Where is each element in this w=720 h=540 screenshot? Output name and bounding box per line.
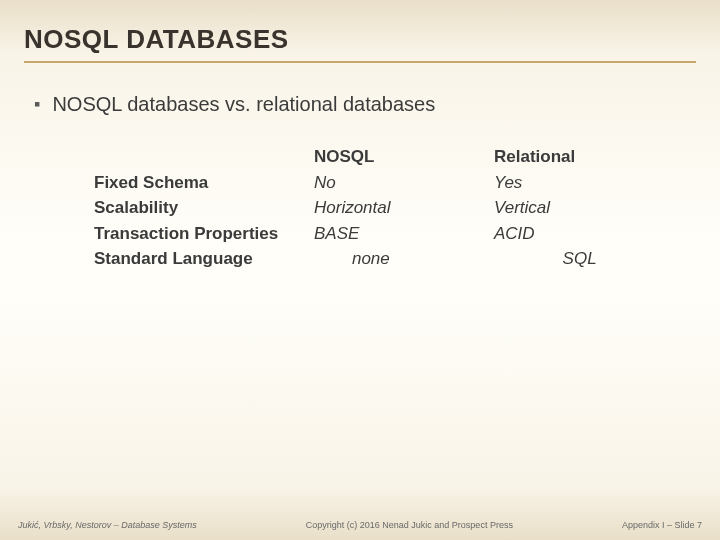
bullet-item: ▪ NOSQL databases vs. relational databas…: [34, 93, 686, 116]
bullet-square-icon: ▪: [34, 93, 40, 116]
table-row: Standard Language none SQL: [94, 246, 686, 272]
footer-center: Copyright (c) 2016 Nenad Jukic and Prosp…: [306, 520, 513, 530]
table-row: Transaction Properties BASE ACID: [94, 221, 686, 247]
row-rel: SQL: [511, 246, 686, 272]
comparison-table: NOSQL Relational Fixed Schema No Yes Sca…: [94, 144, 686, 272]
row-rel: Vertical: [494, 195, 634, 221]
row-label: Transaction Properties: [94, 221, 314, 247]
row-nosql: No: [314, 170, 494, 196]
slide: NOSQL DATABASES ▪ NOSQL databases vs. re…: [0, 0, 720, 540]
header-label-cell: [94, 144, 314, 170]
title-area: NOSQL DATABASES: [0, 0, 720, 69]
footer-left: Jukić, Vrbsky, Nestorov – Database Syste…: [18, 520, 197, 530]
row-nosql: none: [288, 246, 511, 272]
row-label: Scalability: [94, 195, 314, 221]
row-rel: Yes: [494, 170, 634, 196]
row-label: Standard Language: [94, 246, 288, 272]
slide-title: NOSQL DATABASES: [24, 24, 696, 59]
table-row: Scalability Horizontal Vertical: [94, 195, 686, 221]
footer-right: Appendix I – Slide 7: [622, 520, 702, 530]
header-rel-cell: Relational: [494, 144, 634, 170]
content-body: ▪ NOSQL databases vs. relational databas…: [0, 69, 720, 272]
table-row: Fixed Schema No Yes: [94, 170, 686, 196]
row-nosql: BASE: [314, 221, 494, 247]
slide-footer: Jukić, Vrbsky, Nestorov – Database Syste…: [0, 520, 720, 530]
row-label: Fixed Schema: [94, 170, 314, 196]
row-nosql: Horizontal: [314, 195, 494, 221]
bullet-text: NOSQL databases vs. relational databases: [52, 93, 435, 116]
header-nosql-cell: NOSQL: [314, 144, 494, 170]
row-rel: ACID: [494, 221, 634, 247]
table-header-row: NOSQL Relational: [94, 144, 686, 170]
title-underline: [24, 61, 696, 63]
